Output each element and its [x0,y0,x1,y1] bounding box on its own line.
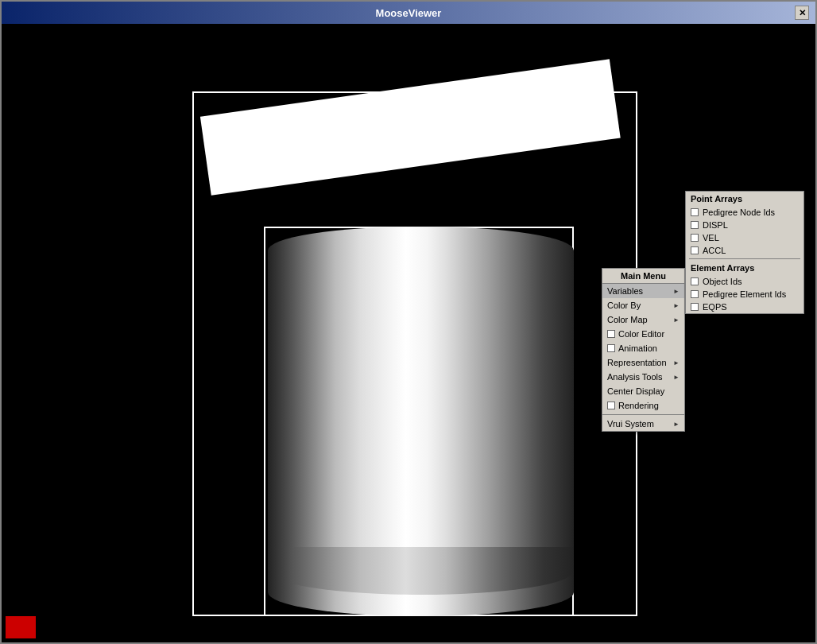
menu-item-color-map[interactable]: Color Map ► [602,312,684,327]
menu-item-vrui-system-label: Vrui System [607,419,654,429]
submenu-arrow-variables: ► [673,288,680,295]
menu-separator [602,414,684,415]
title-bar: MooseViewer ✕ [2,2,815,24]
menu-item-representation[interactable]: Representation ► [602,355,684,370]
scene-container: Main Menu Variables ► Color By ► [2,24,815,642]
point-arrays-panel: Point Arrays Pedigree Node Ids DISPL VEL… [685,191,804,314]
checkbox-object-ids[interactable] [691,277,699,285]
panel-item-object-ids[interactable]: Object Ids [686,275,803,288]
submenu-arrow-vrui-system: ► [673,421,680,428]
menu-item-analysis-tools-label: Analysis Tools [607,372,663,382]
main-menu-panel: Main Menu Variables ► Color By ► [602,268,685,432]
checkbox-animation[interactable] [607,344,615,352]
panel-item-vel[interactable]: VEL [686,231,803,244]
element-arrays-header: Element Arrays [686,261,803,275]
main-menu-header: Main Menu [602,269,684,284]
menu-item-animation-label: Animation [607,343,657,353]
menu-item-variables-label: Variables [607,286,643,296]
red-indicator [6,616,36,638]
viewport: Main Menu Variables ► Color By ► [2,24,815,642]
panel-item-displ[interactable]: DISPL [686,219,803,231]
close-button[interactable]: ✕ [795,6,809,20]
submenu-arrow-analysis-tools: ► [673,374,680,381]
submenu-arrow-color-by: ► [673,302,680,309]
submenu-arrow-color-map: ► [673,316,680,324]
panel-item-eqps[interactable]: EQPS [686,301,803,313]
checkbox-eqps[interactable] [691,303,699,311]
checkbox-pedigree-element-ids[interactable] [691,290,699,298]
cylinder-bottom [268,547,574,595]
menu-item-center-display[interactable]: Center Display [602,384,684,398]
menu-item-representation-label: Representation [607,358,667,367]
panel-item-accl[interactable]: ACCL [686,244,803,257]
menu-item-rendering[interactable]: Rendering [602,398,684,413]
checkbox-pedigree-node-ids[interactable] [691,208,699,216]
menu-item-color-by-label: Color By [607,301,641,310]
menu-item-analysis-tools[interactable]: Analysis Tools ► [602,370,684,384]
menu-item-color-editor-label: Color Editor [607,329,664,339]
panel-item-pedigree-element-ids[interactable]: Pedigree Element Ids [686,288,803,301]
checkbox-rendering[interactable] [607,402,615,409]
menu-item-color-by[interactable]: Color By ► [602,298,684,312]
window-title: MooseViewer [22,7,795,19]
panel-item-pedigree-node-ids[interactable]: Pedigree Node Ids [686,206,803,219]
checkbox-displ[interactable] [691,221,699,229]
submenu-arrow-representation: ► [673,359,680,367]
checkbox-vel[interactable] [691,234,699,242]
menu-item-color-editor[interactable]: Color Editor [602,327,684,341]
menu-item-animation[interactable]: Animation [602,341,684,355]
menu-item-variables[interactable]: Variables ► [602,284,684,298]
menu-item-color-map-label: Color Map [607,315,648,324]
point-arrays-header: Point Arrays [686,192,803,206]
panel-separator [689,258,800,259]
menu-item-rendering-label: Rendering [607,401,659,410]
window-frame: MooseViewer ✕ Main Menu Va [0,0,817,644]
checkbox-accl[interactable] [691,246,699,254]
menu-item-center-display-label: Center Display [607,386,664,396]
menu-item-vrui-system[interactable]: Vrui System ► [602,417,684,431]
checkbox-color-editor[interactable] [607,330,615,338]
